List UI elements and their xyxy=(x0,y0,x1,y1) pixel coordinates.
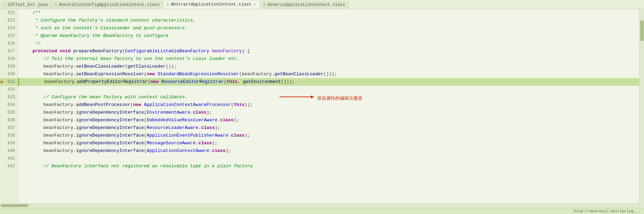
line-number-640: 640 xyxy=(0,147,18,155)
code-lines: /** * Configure the factory's standard c… xyxy=(18,9,639,170)
tab-abstract[interactable]: C AbstractApplicationContext.class ✕ xyxy=(163,1,260,9)
code-line-622: /** xyxy=(18,9,639,17)
annotation-arrow-icon xyxy=(279,94,314,102)
code-line-632 xyxy=(18,86,639,93)
line-number-629: 629 xyxy=(0,63,18,70)
code-line-642: // BeanFactory interface not registered … xyxy=(18,162,639,170)
line-number-627: 627 xyxy=(0,47,18,55)
bottom-bar xyxy=(0,203,644,208)
svg-marker-1 xyxy=(311,95,314,98)
scrollbar-h-thumb[interactable] xyxy=(1,204,29,207)
code-line-639: beanFactory.ignoreDependencyInterface(Me… xyxy=(18,139,639,147)
line-number-630: 630 xyxy=(0,70,18,78)
scrollbar-v-thumb[interactable] xyxy=(640,20,644,41)
code-content[interactable]: /** * Configure the factory's standard c… xyxy=(18,9,639,203)
line-number-622: 622 xyxy=(0,9,18,17)
code-line-638: beanFactory.ignoreDependencyInterface(Ap… xyxy=(18,132,639,139)
code-line-626: */ xyxy=(18,40,639,47)
code-area: 622623624625626627628629630▶631632633634… xyxy=(0,9,644,203)
line-number-636: 636 xyxy=(0,116,18,124)
code-line-630: beanFactory.setBeanExpressionResolver(ne… xyxy=(18,70,639,78)
line-number-641: 641 xyxy=(0,155,18,162)
line-number-626: 626 xyxy=(0,40,18,47)
line-number-634: 634 xyxy=(0,101,18,109)
line-number-624: 624 xyxy=(0,24,18,32)
line-number-639: 639 xyxy=(0,139,18,147)
annotation-text: 添加属性的编辑注册器 xyxy=(317,94,362,102)
line-number-625: 625 xyxy=(0,32,18,40)
tab-generic[interactable]: C GenericApplicationContext.class xyxy=(260,1,349,9)
code-line-628: // Tell the internal bean factory to use… xyxy=(18,55,639,63)
tab-bar: J IOCTest_Ext.java C AnnotationConfigApp… xyxy=(0,0,644,9)
code-line-633: // Configure the bean factory with conte… xyxy=(18,93,639,101)
code-line-631: beanFactory.addPropertyEditorRegistrar(n… xyxy=(18,78,639,86)
line-number-631: ▶631 xyxy=(0,78,18,86)
line-number-623: 623 xyxy=(0,17,18,24)
code-line-635: beanFactory.ignoreDependencyInterface(En… xyxy=(18,109,639,116)
line-numbers: 622623624625626627628629630▶631632633634… xyxy=(0,9,18,203)
line-number-638: 638 xyxy=(0,132,18,139)
line-number-635: 635 xyxy=(0,109,18,116)
editor-container: J IOCTest_Ext.java C AnnotationConfigApp… xyxy=(0,0,644,214)
code-line-637: beanFactory.ignoreDependencyInterface(Re… xyxy=(18,124,639,132)
tab-close-icon[interactable]: ✕ xyxy=(254,2,256,7)
code-line-636: beanFactory.ignoreDependencyInterface(Em… xyxy=(18,116,639,124)
tab-ioctest[interactable]: J IOCTest_Ext.java xyxy=(0,1,52,9)
status-bar: http://mooresit.net/spring... xyxy=(0,208,644,214)
code-line-625: * @param beanFactory the BeanFactory to … xyxy=(18,32,639,40)
line-number-633: 633 xyxy=(0,93,18,101)
code-line-627: protected void prepareBeanFactory(Config… xyxy=(18,47,639,55)
line-number-637: 637 xyxy=(0,124,18,132)
code-line-629: beanFactory.setBeanClassLoader(getClassL… xyxy=(18,63,639,70)
horizontal-scrollbar[interactable] xyxy=(0,203,644,207)
annotation-arrow-wrapper: 添加属性的编辑注册器 xyxy=(279,94,362,102)
vertical-scrollbar[interactable] xyxy=(639,9,644,203)
code-line-623: * Configure the factory's standard conte… xyxy=(18,17,639,24)
tab-annotation[interactable]: C AnnotationConfigApplicationContext.cla… xyxy=(52,1,163,9)
code-line-641 xyxy=(18,155,639,162)
status-text: http://mooresit.net/spring... xyxy=(574,209,641,213)
code-line-640: beanFactory.ignoreDependencyInterface(Ap… xyxy=(18,147,639,155)
line-number-628: 628 xyxy=(0,55,18,63)
line-number-632: 632 xyxy=(0,86,18,93)
code-line-624: * such as the context's ClassLoader and … xyxy=(18,24,639,32)
line-number-642: 642 xyxy=(0,162,18,170)
